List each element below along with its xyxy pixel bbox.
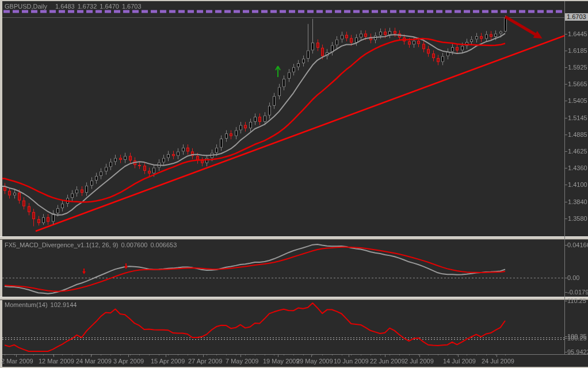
chart-canvas[interactable] <box>0 0 588 368</box>
chart-window: GBPUSD,Daily1.64831.67321.64701.6703 FX5… <box>0 0 588 368</box>
